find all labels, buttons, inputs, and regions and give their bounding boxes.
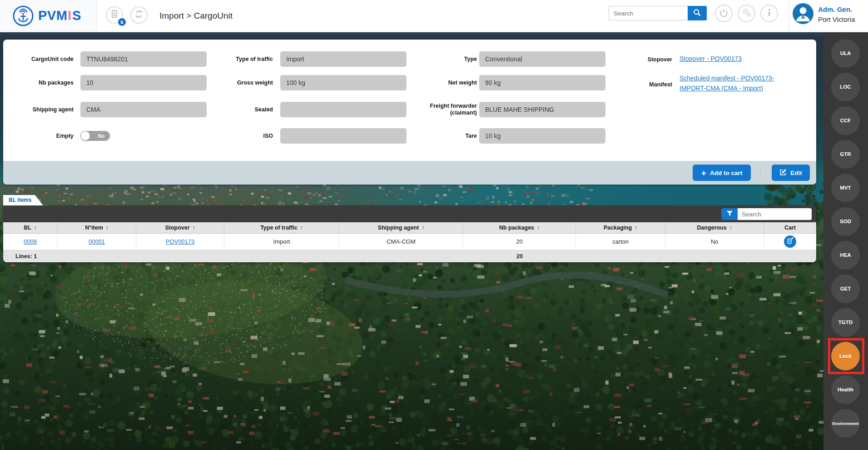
toggle-state: No [95,131,108,141]
empty-label: Empty [8,128,74,144]
sidebar-item-hea[interactable]: HEA [831,241,860,270]
col-header-cart: Cart [764,222,816,234]
sidebar-item-gtr[interactable]: GTR [831,140,860,169]
table-footer-row: Lines: 1 20 [3,250,816,262]
settings-button[interactable] [738,5,755,22]
col-header-packaging[interactable]: Packaging↑ [576,222,665,234]
nb-packages-field: 10 [80,75,207,90]
shipping-agent-label: Shipping agent [8,102,74,117]
edit-button[interactable]: Edit [772,165,810,181]
col-header-type-of-traffic[interactable]: Type of traffic↑ [224,222,339,234]
user-avatar[interactable] [793,3,813,24]
filter-button[interactable] [721,208,738,220]
sidebar-item-mvt[interactable]: MVT [831,174,860,202]
gross-weight-label: Gross weight [200,75,273,90]
table-row: 0009 00001 POV00173 Import CMA-CGM 20 ca… [3,234,816,250]
tare-field: 10 kg [479,128,605,144]
col-header-shipping-agent[interactable]: Shipping agent↑ [339,222,463,234]
n-item-link[interactable]: 00001 [89,238,105,245]
bl-items-card: BL↑ N°item↑ Stopover↑ Type of traffic↑ S… [3,205,816,262]
logout-button[interactable] [715,5,733,22]
manifest-link[interactable]: Scheduled manifest - POV00173-IMPORT-CMA… [680,73,799,93]
global-search-input[interactable] [609,6,688,20]
bl-items-toolbar [3,205,816,222]
add-row-to-cart-button[interactable] [784,235,796,248]
stopover-link[interactable]: Stopover - POV00173 [680,55,742,62]
app-header: PVMIS 6 [0,0,868,32]
sort-arrow-icon: ↑ [300,225,303,231]
global-search [609,6,707,20]
cargounit-form-card: CargoUnit code TTNU8498201 Nb packages 1… [3,40,816,185]
type-of-traffic-label: Type of traffic [200,51,273,67]
user-name: Adm. Gen. [818,5,852,13]
port-anchor-icon [12,5,34,29]
cart-doc-plus-icon [786,237,794,246]
cell-packaging: carton [576,234,665,250]
search-icon [693,8,702,19]
stopover-row-link[interactable]: POV00173 [166,238,195,245]
nb-packages-label: Nb packages [8,75,74,90]
table-search [721,208,812,220]
global-search-button[interactable] [688,6,707,20]
power-icon [718,7,729,20]
nb-packages-total: 20 [463,250,576,262]
breadcrumb: Import > CargoUnit [159,0,233,32]
sort-arrow-icon: ↑ [34,225,37,231]
cell-n-item: 00001 [58,234,136,250]
sidebar-item-ula[interactable]: ULA [831,39,860,68]
action-bar-divider [760,166,761,179]
sidebar-item-lock[interactable]: Lock [831,342,860,370]
cell-dangerous: No [665,234,764,250]
sort-arrow-icon: ↑ [537,225,540,231]
sidebar-item-sod[interactable]: SOD [831,207,860,236]
manifest-label: Manifest [636,77,672,92]
net-weight-field: 90 kg [479,75,605,90]
pvmis-app: PVMIS 6 [0,0,868,450]
cell-bl: 0009 [3,234,58,250]
sidebar-item-tgtd[interactable]: TGTD [831,308,860,337]
freight-forwarder-field: BLUE MAHE SHIPPING [479,102,605,117]
sidebar-item-get[interactable]: GET [831,275,860,303]
app-logo-text: PVMIS [38,8,81,23]
col-header-nb-packages[interactable]: Nb packages↑ [463,222,576,234]
sidebar-item-health[interactable]: Health [831,375,860,404]
type-field: Conventional [479,51,605,67]
freight-forwarder-label: Freight forwarder (claimant) [420,102,477,117]
sidebar-item-loc[interactable]: LOC [831,73,860,101]
sidebar-item-environment[interactable]: Environment [831,409,860,438]
sealed-field [280,102,407,117]
col-header-dangerous[interactable]: Dangerous↑ [665,222,764,234]
net-weight-label: Net weight [396,75,477,90]
cell-type-of-traffic: Import [224,234,339,250]
sealed-label: Sealed [200,102,273,117]
refresh-icon [134,9,144,21]
gross-weight-field: 100 kg [280,75,407,90]
documents-count-badge: 6 [117,17,127,27]
sort-arrow-icon: ↑ [635,225,637,231]
module-sidebar: ULA LOC CCF GTR MVT SOD HEA GET TGTD Loc… [823,32,868,450]
iso-label: ISO [200,128,273,144]
cargounit-code-field: TTNU8498201 [80,51,207,67]
header-divider [789,0,789,32]
cell-stopover: POV00173 [136,234,224,250]
sidebar-item-ccf[interactable]: CCF [831,106,860,135]
bl-link[interactable]: 0009 [24,238,37,245]
col-header-bl[interactable]: BL↑ [3,222,58,234]
refresh-button[interactable] [130,6,148,24]
lines-count: Lines: 1 [15,250,37,262]
sort-arrow-icon: ↑ [193,225,195,231]
sort-arrow-icon: ↑ [422,225,424,231]
user-avatar-icon [793,18,813,24]
info-button[interactable] [760,5,778,22]
cargounit-code-label: CargoUnit code [8,51,74,67]
info-icon [764,7,775,20]
table-search-input[interactable] [738,208,812,220]
filter-funnel-icon [726,210,733,218]
sort-arrow-icon: ↑ [106,225,109,231]
col-header-stopover[interactable]: Stopover↑ [136,222,224,234]
iso-field [280,128,407,144]
col-header-n-item[interactable]: N°item↑ [58,222,136,234]
add-to-cart-button[interactable]: + Add to cart [693,165,751,181]
plus-icon: + [701,169,706,177]
tare-label: Tare [396,128,477,144]
